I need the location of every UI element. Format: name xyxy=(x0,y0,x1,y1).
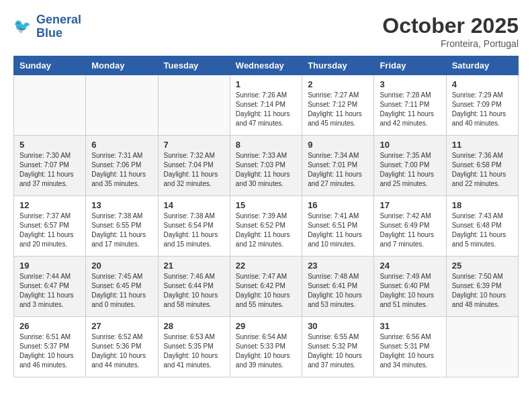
calendar-cell: 17Sunrise: 7:42 AM Sunset: 6:49 PM Dayli… xyxy=(374,196,446,257)
day-number: 18 xyxy=(452,200,513,210)
calendar-cell xyxy=(14,75,86,136)
day-header-wednesday: Wednesday xyxy=(230,56,302,75)
day-info: Sunrise: 7:27 AM Sunset: 7:12 PM Dayligh… xyxy=(308,91,368,128)
day-info: Sunrise: 6:53 AM Sunset: 5:35 PM Dayligh… xyxy=(164,332,224,370)
day-number: 10 xyxy=(380,140,440,150)
calendar-cell xyxy=(158,75,230,136)
day-number: 2 xyxy=(308,79,368,89)
day-info: Sunrise: 7:32 AM Sunset: 7:04 PM Dayligh… xyxy=(164,151,224,189)
day-info: Sunrise: 7:46 AM Sunset: 6:44 PM Dayligh… xyxy=(164,272,224,310)
day-header-monday: Monday xyxy=(86,56,158,75)
day-info: Sunrise: 7:39 AM Sunset: 6:52 PM Dayligh… xyxy=(236,212,296,249)
day-number: 24 xyxy=(380,261,440,271)
day-info: Sunrise: 7:36 AM Sunset: 6:58 PM Dayligh… xyxy=(452,151,513,189)
calendar-cell: 21Sunrise: 7:46 AM Sunset: 6:44 PM Dayli… xyxy=(158,257,230,317)
calendar-cell: 3Sunrise: 7:28 AM Sunset: 7:11 PM Daylig… xyxy=(374,75,446,136)
calendar-cell: 19Sunrise: 7:44 AM Sunset: 6:47 PM Dayli… xyxy=(14,257,86,317)
day-info: Sunrise: 7:33 AM Sunset: 7:03 PM Dayligh… xyxy=(236,151,296,189)
day-info: Sunrise: 7:26 AM Sunset: 7:14 PM Dayligh… xyxy=(236,91,296,128)
day-info: Sunrise: 6:56 AM Sunset: 5:31 PM Dayligh… xyxy=(380,332,440,370)
day-number: 6 xyxy=(91,140,152,150)
calendar-cell: 25Sunrise: 7:50 AM Sunset: 6:39 PM Dayli… xyxy=(446,257,518,317)
calendar-cell: 23Sunrise: 7:48 AM Sunset: 6:41 PM Dayli… xyxy=(302,257,374,317)
day-number: 26 xyxy=(19,321,80,331)
day-number: 12 xyxy=(19,200,80,210)
day-info: Sunrise: 6:54 AM Sunset: 5:33 PM Dayligh… xyxy=(236,332,296,370)
logo-line1: General xyxy=(36,13,81,26)
calendar-cell: 13Sunrise: 7:38 AM Sunset: 6:55 PM Dayli… xyxy=(86,196,158,257)
calendar-cell: 7Sunrise: 7:32 AM Sunset: 7:04 PM Daylig… xyxy=(158,136,230,196)
week-row-2: 5Sunrise: 7:30 AM Sunset: 7:07 PM Daylig… xyxy=(14,136,519,196)
day-header-friday: Friday xyxy=(374,56,446,75)
location-subtitle: Fronteira, Portugal xyxy=(382,38,519,49)
day-number: 11 xyxy=(452,140,513,150)
calendar-cell: 29Sunrise: 6:54 AM Sunset: 5:33 PM Dayli… xyxy=(230,317,302,377)
day-number: 21 xyxy=(164,261,224,271)
day-number: 20 xyxy=(91,261,152,271)
day-info: Sunrise: 7:34 AM Sunset: 7:01 PM Dayligh… xyxy=(308,151,368,189)
day-number: 4 xyxy=(452,79,513,89)
day-info: Sunrise: 7:31 AM Sunset: 7:06 PM Dayligh… xyxy=(91,151,152,189)
calendar-cell: 11Sunrise: 7:36 AM Sunset: 6:58 PM Dayli… xyxy=(446,136,518,196)
day-info: Sunrise: 7:48 AM Sunset: 6:41 PM Dayligh… xyxy=(308,272,368,310)
day-number: 15 xyxy=(236,200,296,210)
day-number: 28 xyxy=(164,321,224,331)
day-number: 31 xyxy=(380,321,440,331)
logo: 🐦 General Blue xyxy=(13,13,81,40)
calendar-cell: 1Sunrise: 7:26 AM Sunset: 7:14 PM Daylig… xyxy=(230,75,302,136)
calendar-cell xyxy=(86,75,158,136)
day-info: Sunrise: 7:37 AM Sunset: 6:57 PM Dayligh… xyxy=(19,212,80,249)
week-row-3: 12Sunrise: 7:37 AM Sunset: 6:57 PM Dayli… xyxy=(14,196,519,257)
day-number: 7 xyxy=(164,140,224,150)
calendar-cell: 9Sunrise: 7:34 AM Sunset: 7:01 PM Daylig… xyxy=(302,136,374,196)
day-number: 25 xyxy=(452,261,513,271)
calendar-cell: 15Sunrise: 7:39 AM Sunset: 6:52 PM Dayli… xyxy=(230,196,302,257)
week-row-1: 1Sunrise: 7:26 AM Sunset: 7:14 PM Daylig… xyxy=(14,75,519,136)
calendar-cell: 6Sunrise: 7:31 AM Sunset: 7:06 PM Daylig… xyxy=(86,136,158,196)
logo-icon: 🐦 xyxy=(13,17,34,37)
calendar-cell: 22Sunrise: 7:47 AM Sunset: 6:42 PM Dayli… xyxy=(230,257,302,317)
calendar-cell: 16Sunrise: 7:41 AM Sunset: 6:51 PM Dayli… xyxy=(302,196,374,257)
week-row-4: 19Sunrise: 7:44 AM Sunset: 6:47 PM Dayli… xyxy=(14,257,519,317)
calendar-cell: 18Sunrise: 7:43 AM Sunset: 6:48 PM Dayli… xyxy=(446,196,518,257)
calendar-table: SundayMondayTuesdayWednesdayThursdayFrid… xyxy=(13,56,519,377)
month-title: October 2025 xyxy=(382,13,519,38)
calendar-cell: 4Sunrise: 7:29 AM Sunset: 7:09 PM Daylig… xyxy=(446,75,518,136)
day-number: 14 xyxy=(164,200,224,210)
calendar-cell: 12Sunrise: 7:37 AM Sunset: 6:57 PM Dayli… xyxy=(14,196,86,257)
calendar-cell: 5Sunrise: 7:30 AM Sunset: 7:07 PM Daylig… xyxy=(14,136,86,196)
day-number: 8 xyxy=(236,140,296,150)
day-header-saturday: Saturday xyxy=(446,56,518,75)
calendar-cell: 10Sunrise: 7:35 AM Sunset: 7:00 PM Dayli… xyxy=(374,136,446,196)
day-number: 9 xyxy=(308,140,368,150)
day-number: 17 xyxy=(380,200,440,210)
week-row-5: 26Sunrise: 6:51 AM Sunset: 5:37 PM Dayli… xyxy=(14,317,519,377)
day-info: Sunrise: 7:38 AM Sunset: 6:54 PM Dayligh… xyxy=(164,212,224,249)
day-info: Sunrise: 7:30 AM Sunset: 7:07 PM Dayligh… xyxy=(19,151,80,189)
day-info: Sunrise: 6:51 AM Sunset: 5:37 PM Dayligh… xyxy=(19,332,80,370)
day-number: 23 xyxy=(308,261,368,271)
day-number: 19 xyxy=(19,261,80,271)
day-info: Sunrise: 7:49 AM Sunset: 6:40 PM Dayligh… xyxy=(380,272,440,310)
day-info: Sunrise: 7:43 AM Sunset: 6:48 PM Dayligh… xyxy=(452,212,513,249)
day-number: 27 xyxy=(91,321,152,331)
day-info: Sunrise: 7:44 AM Sunset: 6:47 PM Dayligh… xyxy=(19,272,80,310)
days-header-row: SundayMondayTuesdayWednesdayThursdayFrid… xyxy=(14,56,519,75)
page-header: 🐦 General Blue October 2025 Fronteira, P… xyxy=(13,13,519,49)
calendar-cell xyxy=(446,317,518,377)
calendar-cell: 27Sunrise: 6:52 AM Sunset: 5:36 PM Dayli… xyxy=(86,317,158,377)
day-info: Sunrise: 7:42 AM Sunset: 6:49 PM Dayligh… xyxy=(380,212,440,249)
day-number: 13 xyxy=(91,200,152,210)
day-info: Sunrise: 7:29 AM Sunset: 7:09 PM Dayligh… xyxy=(452,91,513,128)
day-info: Sunrise: 7:41 AM Sunset: 6:51 PM Dayligh… xyxy=(308,212,368,249)
day-info: Sunrise: 7:28 AM Sunset: 7:11 PM Dayligh… xyxy=(380,91,440,128)
day-info: Sunrise: 6:55 AM Sunset: 5:32 PM Dayligh… xyxy=(308,332,368,370)
day-header-sunday: Sunday xyxy=(14,56,86,75)
day-header-tuesday: Tuesday xyxy=(158,56,230,75)
svg-text:🐦: 🐦 xyxy=(13,17,32,35)
day-number: 16 xyxy=(308,200,368,210)
day-number: 5 xyxy=(19,140,80,150)
title-block: October 2025 Fronteira, Portugal xyxy=(382,13,519,49)
calendar-cell: 24Sunrise: 7:49 AM Sunset: 6:40 PM Dayli… xyxy=(374,257,446,317)
calendar-cell: 30Sunrise: 6:55 AM Sunset: 5:32 PM Dayli… xyxy=(302,317,374,377)
